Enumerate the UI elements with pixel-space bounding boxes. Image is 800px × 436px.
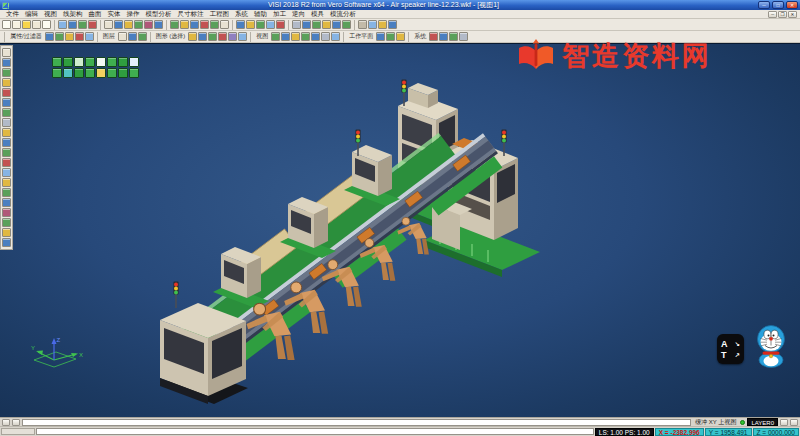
status-toggle-4[interactable] xyxy=(790,419,798,426)
toolbar-icon[interactable] xyxy=(58,20,67,29)
toolbar-icon[interactable] xyxy=(2,68,11,77)
toolbar-icon[interactable] xyxy=(134,20,143,29)
menu-item[interactable]: 曲面 xyxy=(86,10,105,19)
menu-item[interactable]: 编辑 xyxy=(22,10,41,19)
toolbar-icon[interactable] xyxy=(429,32,438,41)
toolbar-icon[interactable] xyxy=(2,168,11,177)
toolbar-icon[interactable] xyxy=(170,20,179,29)
toolbar-icon[interactable] xyxy=(311,32,320,41)
mdi-minimize-button[interactable]: ─ xyxy=(768,11,777,18)
toolbar-icon[interactable] xyxy=(2,58,11,67)
toolbar-icon[interactable] xyxy=(107,68,117,78)
toolbar-icon[interactable] xyxy=(271,32,280,41)
toolbar-icon[interactable] xyxy=(85,68,95,78)
toolbar-icon[interactable] xyxy=(138,32,147,41)
toolbar-icon[interactable] xyxy=(124,20,133,29)
toolbar-icon[interactable] xyxy=(256,20,265,29)
toolbar-icon[interactable] xyxy=(129,57,139,67)
toolbar-icon[interactable] xyxy=(228,32,237,41)
menu-item[interactable]: 模流分析 xyxy=(327,10,359,19)
toolbar-icon[interactable] xyxy=(2,108,11,117)
toolbar-icon[interactable] xyxy=(281,32,290,41)
toolbar-icon[interactable] xyxy=(2,78,11,87)
toolbar-icon[interactable] xyxy=(386,32,395,41)
toolbar-icon[interactable] xyxy=(52,57,62,67)
toolbar-icon[interactable] xyxy=(22,20,31,29)
toolbar-icon[interactable] xyxy=(78,20,87,29)
command-prompt-field[interactable] xyxy=(22,419,691,426)
toolbar-icon[interactable] xyxy=(88,20,97,29)
toolbar-icon[interactable] xyxy=(368,20,377,29)
menu-item[interactable]: 逆向 xyxy=(289,10,308,19)
toolbar-icon[interactable] xyxy=(2,118,11,127)
status-toggle-2[interactable] xyxy=(12,419,20,426)
toolbar-icon[interactable] xyxy=(2,228,11,237)
toolbar-icon[interactable] xyxy=(68,20,77,29)
toolbar-icon[interactable] xyxy=(200,20,209,29)
layer-indicator[interactable]: LAYER0 xyxy=(747,418,778,426)
toolbar-icon[interactable] xyxy=(118,68,128,78)
status-toggle-1[interactable] xyxy=(2,419,10,426)
toolbar-icon[interactable] xyxy=(208,32,217,41)
toolbar-icon[interactable] xyxy=(291,32,300,41)
toolbar-icon[interactable] xyxy=(2,188,11,197)
viewport-3d-scene[interactable]: X Y Z xyxy=(0,44,800,417)
toolbar-icon[interactable] xyxy=(358,20,367,29)
toolbar-icon[interactable] xyxy=(322,20,331,29)
toolbar-icon[interactable] xyxy=(321,32,330,41)
toolbar-icon[interactable] xyxy=(439,32,448,41)
toolbar-icon[interactable] xyxy=(218,32,227,41)
toolbar-icon[interactable] xyxy=(128,32,137,41)
toolbar-icon[interactable] xyxy=(63,57,73,67)
mdi-close-button[interactable]: ✕ xyxy=(788,11,797,18)
toolbar-icon[interactable] xyxy=(2,158,11,167)
toolbar-icon[interactable] xyxy=(2,208,11,217)
status-mode-cell[interactable] xyxy=(1,428,35,435)
toolbar-icon[interactable] xyxy=(238,32,247,41)
toolbar-icon[interactable] xyxy=(301,32,310,41)
toolbar-icon[interactable] xyxy=(449,32,458,41)
menu-item[interactable]: 操作 xyxy=(124,10,143,19)
toolbar-icon[interactable] xyxy=(2,138,11,147)
toolbar-icon[interactable] xyxy=(129,68,139,78)
toolbar-icon[interactable] xyxy=(236,20,245,29)
toolbar-icon[interactable] xyxy=(266,20,275,29)
toolbar-icon[interactable] xyxy=(96,57,106,67)
toolbar-icon[interactable] xyxy=(2,148,11,157)
toolbar-icon[interactable] xyxy=(32,20,41,29)
toolbar-icon[interactable] xyxy=(190,20,199,29)
menu-item[interactable]: 视图 xyxy=(41,10,60,19)
menu-item[interactable]: 尺寸标注 xyxy=(175,10,207,19)
viewport[interactable]: X Y Z xyxy=(0,43,800,417)
toolbar-icon[interactable] xyxy=(2,98,11,107)
status-toggle-3[interactable] xyxy=(780,419,788,426)
close-button[interactable]: ✕ xyxy=(786,1,798,9)
menu-item[interactable]: 模型分析 xyxy=(143,10,175,19)
maximize-button[interactable]: □ xyxy=(772,1,784,9)
toolbar-icon[interactable] xyxy=(378,20,387,29)
toolbar-icon[interactable] xyxy=(292,20,301,29)
menu-item[interactable]: 系统 xyxy=(232,10,251,19)
menu-item[interactable]: 线架构 xyxy=(60,10,86,19)
toolbar-icon[interactable] xyxy=(2,48,11,57)
toolbar-icon[interactable] xyxy=(74,57,84,67)
toolbar-icon[interactable] xyxy=(104,20,113,29)
toolbar-icon[interactable] xyxy=(85,57,95,67)
toolbar-icon[interactable] xyxy=(188,32,197,41)
toolbar-icon[interactable] xyxy=(302,20,311,29)
toolbar-icon[interactable] xyxy=(85,32,94,41)
toolbar-icon[interactable] xyxy=(220,20,229,29)
toolbar-icon[interactable] xyxy=(2,238,11,247)
menu-item[interactable]: 实体 xyxy=(105,10,124,19)
toolbar-icon[interactable] xyxy=(376,32,385,41)
menu-item[interactable]: 文件 xyxy=(3,10,22,19)
toolbar-icon[interactable] xyxy=(276,20,285,29)
toolbar-icon[interactable] xyxy=(107,57,117,67)
menu-item[interactable]: 辅助 xyxy=(251,10,270,19)
toolbar-icon[interactable] xyxy=(342,20,351,29)
toolbar-icon[interactable] xyxy=(118,32,127,41)
toolbar-icon[interactable] xyxy=(52,68,62,78)
toolbar-icon[interactable] xyxy=(65,32,74,41)
toolbar-icon[interactable] xyxy=(198,32,207,41)
toolbar-icon[interactable] xyxy=(154,20,163,29)
